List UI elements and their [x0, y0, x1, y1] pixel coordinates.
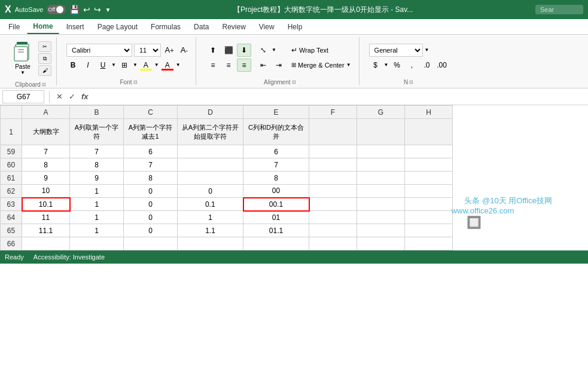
cell-a-65[interactable]: 11.1 — [22, 224, 70, 237]
row-num-59[interactable]: 59 — [1, 145, 22, 158]
menu-review[interactable]: Review — [216, 20, 251, 33]
fill-dropdown-icon[interactable]: ▼ — [154, 62, 159, 68]
cell-a-60[interactable]: 8 — [22, 158, 70, 172]
menu-file[interactable]: File — [2, 20, 26, 33]
menu-data[interactable]: Data — [188, 20, 215, 33]
cell-c-61[interactable]: 8 — [124, 172, 178, 185]
col-header-g[interactable]: G — [357, 106, 405, 119]
wrap-text-button[interactable]: ↵ Wrap Text — [288, 44, 354, 57]
align-right-button[interactable]: ≡ — [237, 59, 251, 72]
confirm-formula-button[interactable]: ✓ — [67, 91, 77, 102]
font-expand-icon[interactable]: ⊡ — [133, 79, 138, 85]
font-color-dropdown-icon[interactable]: ▼ — [176, 62, 181, 68]
search-input[interactable] — [535, 5, 583, 14]
cell-d-63[interactable]: 0.1 — [178, 198, 243, 211]
row-num-64[interactable]: 64 — [1, 211, 22, 224]
cell-e1[interactable]: C列和D列的文本合并 — [243, 119, 309, 145]
underline-dropdown-icon[interactable]: ▼ — [111, 62, 116, 68]
cell-b-60[interactable]: 8 — [70, 158, 124, 172]
row-num-66[interactable]: 66 — [1, 237, 22, 250]
row-num-62[interactable]: 62 — [1, 185, 22, 198]
cell-e-61[interactable]: 8 — [243, 172, 309, 185]
cell-e-66[interactable] — [243, 237, 309, 250]
cell-b-62[interactable]: 1 — [70, 185, 124, 198]
cell-b-64[interactable]: 1 — [70, 211, 124, 224]
increase-decimal-button[interactable]: .00 — [435, 59, 449, 72]
spreadsheet[interactable]: A B C D E F G H 1 大纲数字 A列取第一个字符 A列第一个字符减… — [0, 105, 588, 250]
cell-b-61[interactable]: 9 — [70, 172, 124, 185]
decrease-decimal-button[interactable]: .0 — [421, 59, 434, 72]
cell-b-66[interactable] — [70, 237, 124, 250]
cell-c-64[interactable]: 0 — [124, 211, 178, 224]
cell-c-60[interactable]: 7 — [124, 158, 178, 172]
clipboard-expand-icon[interactable]: ⊡ — [42, 82, 46, 87]
cell-e-63[interactable]: 00.1 — [243, 198, 309, 211]
insert-function-button[interactable]: fx — [80, 91, 90, 102]
menu-insert[interactable]: Insert — [60, 20, 90, 33]
undo-icon[interactable]: ↩ — [83, 5, 90, 14]
merge-center-button[interactable]: ⊞ Merge & Center ▼ — [288, 59, 354, 72]
cell-g-66[interactable] — [357, 237, 405, 250]
cell-h-65[interactable] — [405, 224, 453, 237]
cell-a1[interactable]: 大纲数字 — [22, 119, 70, 145]
currency-button[interactable]: $ — [369, 59, 382, 72]
cell-d-65[interactable]: 1.1 — [178, 224, 243, 237]
redo-icon[interactable]: ↪ — [94, 5, 101, 14]
cell-h-66[interactable] — [405, 237, 453, 250]
col-header-a[interactable]: A — [22, 106, 70, 119]
cell-g-61[interactable] — [357, 172, 405, 185]
cell-c-63[interactable]: 0 — [124, 198, 178, 211]
border-dropdown-icon[interactable]: ▼ — [133, 62, 138, 68]
customize-icon[interactable]: ▼ — [105, 7, 111, 13]
cell-a-64[interactable]: 11 — [22, 211, 70, 224]
cell-f1[interactable] — [309, 119, 357, 145]
alignment-expand-icon[interactable]: ⊡ — [292, 79, 296, 85]
cell-f-66[interactable] — [309, 237, 357, 250]
save-icon[interactable]: 💾 — [69, 5, 80, 14]
cell-g-64[interactable] — [357, 211, 405, 224]
orientation-button[interactable]: ⤡ — [256, 44, 270, 57]
menu-view[interactable]: View — [253, 20, 281, 33]
cell-a-63[interactable]: 10.1 — [22, 198, 70, 211]
cell-d1[interactable]: 从A列第二个字符开始提取字符 — [178, 119, 243, 145]
number-format-select[interactable]: General — [369, 44, 423, 57]
cell-e-62[interactable]: 00 — [243, 185, 309, 198]
currency-dropdown-icon[interactable]: ▼ — [384, 62, 389, 68]
autosave-toggle[interactable]: Off — [47, 5, 66, 14]
cell-h1[interactable] — [405, 119, 453, 145]
menu-home[interactable]: Home — [27, 20, 59, 34]
merge-dropdown-icon[interactable]: ▼ — [346, 62, 351, 68]
cell-f-65[interactable] — [309, 224, 357, 237]
underline-button[interactable]: U — [96, 59, 109, 72]
cell-f-62[interactable] — [309, 185, 357, 198]
cell-e-64[interactable]: 01 — [243, 211, 309, 224]
col-header-c[interactable]: C — [124, 106, 178, 119]
row-num-60[interactable]: 60 — [1, 158, 22, 172]
cell-d-62[interactable]: 0 — [178, 185, 243, 198]
cell-c-65[interactable]: 0 — [124, 224, 178, 237]
align-bottom-button[interactable]: ⬇ — [237, 44, 251, 57]
cell-e-60[interactable]: 7 — [243, 158, 309, 172]
menu-help[interactable]: Help — [282, 20, 309, 33]
font-shrink-button[interactable]: A- — [178, 44, 191, 57]
cell-h-59[interactable] — [405, 145, 453, 158]
cell-c1[interactable]: A列第一个字符减去1 — [124, 119, 178, 145]
orientation-dropdown-icon[interactable]: ▼ — [272, 47, 276, 53]
font-size-select[interactable]: 11 — [134, 44, 161, 57]
cell-d-66[interactable] — [178, 237, 243, 250]
cell-f-59[interactable] — [309, 145, 357, 158]
row-num-65[interactable]: 65 — [1, 224, 22, 237]
font-family-select[interactable]: Calibri — [66, 44, 132, 57]
number-expand-icon[interactable]: ⊡ — [409, 79, 413, 85]
comma-button[interactable]: , — [406, 59, 419, 72]
paste-button[interactable]: Paste ▼ — [10, 39, 36, 78]
cell-h-63[interactable] — [405, 198, 453, 211]
cell-a-61[interactable]: 9 — [22, 172, 70, 185]
copy-button[interactable]: ⧉ — [38, 53, 51, 64]
cut-button[interactable]: ✂ — [38, 41, 51, 52]
cell-h-60[interactable] — [405, 158, 453, 172]
cell-c-66[interactable] — [124, 237, 178, 250]
cell-d-60[interactable] — [178, 158, 243, 172]
cell-b-63[interactable]: 1 — [70, 198, 124, 211]
cell-h-62[interactable] — [405, 185, 453, 198]
